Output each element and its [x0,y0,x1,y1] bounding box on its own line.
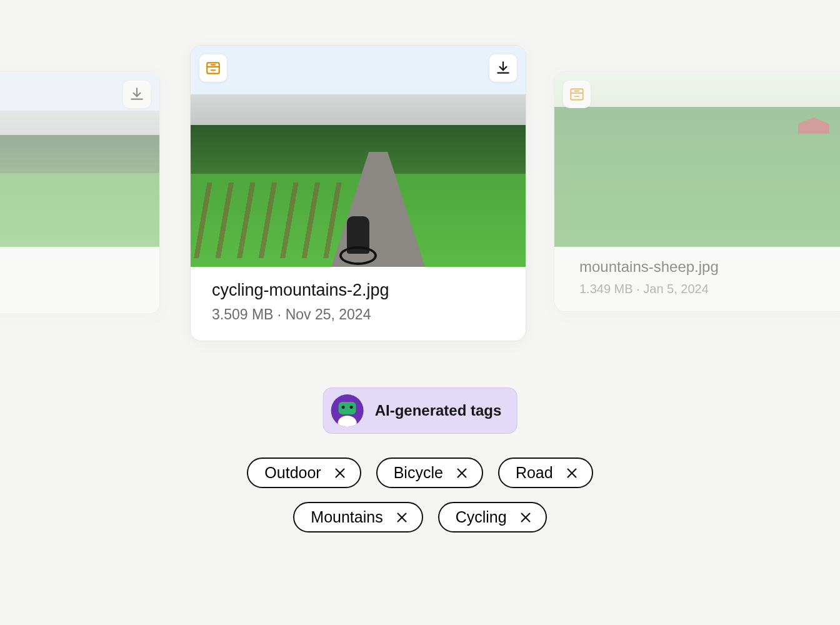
archive-button[interactable] [199,54,227,82]
file-size: 3.509 MB [212,306,273,322]
filename-label: mountains-sheep.jpg [579,258,832,276]
meta-separator: · [273,306,285,322]
ai-tags-label: AI-generated tags [375,402,502,419]
tag-chip[interactable]: Bicycle [376,458,483,488]
card-image [191,46,526,267]
image-carousel: g 2024 [0,0,840,375]
image-card-next[interactable]: mountains-sheep.jpg 1.349 MB · Jan 5, 20… [554,71,840,312]
tag-chip[interactable]: Road [498,458,593,488]
tag-remove-button[interactable] [332,466,348,481]
file-meta: 2024 [0,283,138,296]
download-button[interactable] [489,54,517,82]
tag-label: Mountains [311,508,382,526]
download-icon [495,60,511,76]
file-date: Nov 25, 2024 [286,306,371,322]
tag-list: OutdoorBicycleRoadMountainsCycling [220,458,620,532]
tag-remove-button[interactable] [394,510,409,525]
meta-separator: · [633,282,644,296]
close-icon [565,466,579,480]
file-size: 1.349 MB [579,282,633,296]
filename-label: cycling-mountains-2.jpg [212,281,504,300]
download-icon [129,86,145,102]
archive-icon [569,86,585,102]
tag-chip[interactable]: Outdoor [247,458,361,488]
tag-remove-button[interactable] [454,466,469,481]
filename-label: g [0,261,138,277]
download-button[interactable] [123,81,151,108]
tag-label: Cycling [456,508,507,526]
tag-chip[interactable]: Mountains [293,502,422,532]
card-image [0,72,159,247]
ai-tags-badge: AI-generated tags [323,388,518,434]
image-card-current[interactable]: cycling-mountains-2.jpg 3.509 MB · Nov 2… [190,45,526,341]
tag-remove-button[interactable] [518,510,533,525]
tag-label: Outdoor [264,464,321,482]
close-icon [455,466,469,480]
tag-label: Road [516,464,553,482]
close-icon [333,466,347,480]
close-icon [395,511,409,524]
close-icon [519,511,532,524]
image-card-prev[interactable]: g 2024 [0,71,160,314]
archive-button[interactable] [563,81,591,108]
tag-remove-button[interactable] [564,466,579,481]
file-meta: 1.349 MB · Jan 5, 2024 [579,282,832,296]
file-date: Jan 5, 2024 [643,282,709,296]
tag-label: Bicycle [394,464,443,482]
tag-chip[interactable]: Cycling [438,502,547,532]
archive-icon [205,60,221,76]
file-meta: 3.509 MB · Nov 25, 2024 [212,306,504,323]
card-image [554,72,840,247]
ai-bot-icon [331,394,364,427]
